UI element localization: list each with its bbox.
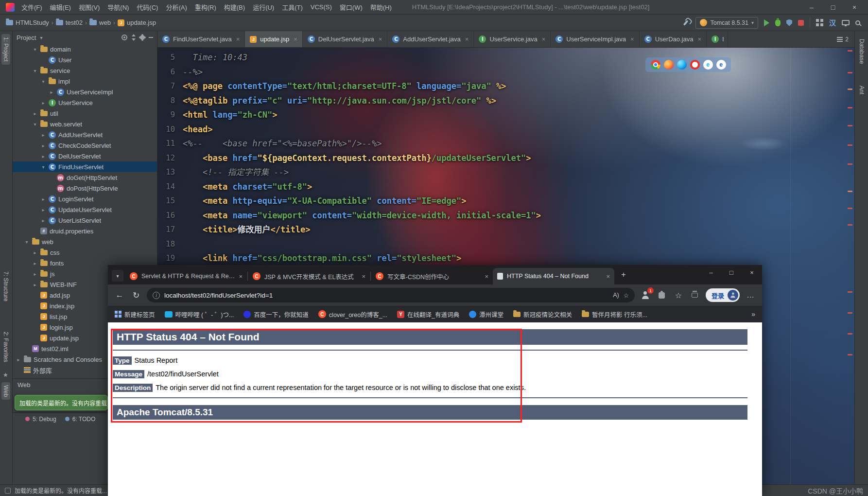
error-stripe[interactable] (848, 48, 853, 484)
tab-close-icon[interactable]: × (465, 35, 469, 43)
editor-tab[interactable]: CDelUserServlet.java× (303, 31, 387, 47)
tree-arrow-icon[interactable]: ▾ (40, 79, 46, 84)
coverage-button[interactable] (786, 19, 792, 26)
tree-row[interactable]: ▸CDelUserServlet (13, 151, 157, 161)
tool-button-project[interactable]: 1: Project (1, 34, 10, 65)
breadcrumb-item[interactable]: web (89, 19, 111, 26)
tab-close-icon[interactable]: × (542, 35, 546, 43)
tree-arrow-icon[interactable]: ▸ (40, 196, 46, 202)
run-button[interactable] (764, 19, 769, 26)
favorite-star-icon[interactable]: ☆ (624, 292, 629, 299)
tab-close-icon[interactable]: × (485, 273, 488, 280)
tab-close-icon[interactable]: × (630, 35, 634, 43)
browser-minimize-button[interactable]: – (701, 265, 721, 280)
monitor-icon[interactable] (842, 20, 850, 25)
gear-icon[interactable] (140, 35, 145, 40)
tree-arrow-icon[interactable]: ▸ (32, 261, 38, 266)
menu-item[interactable]: 运行(U) (249, 2, 278, 12)
ie-icon[interactable]: e (703, 60, 713, 70)
tree-row[interactable]: ▾impl (13, 76, 157, 87)
tree-arrow-icon[interactable]: ▸ (40, 132, 46, 138)
tree-arrow-icon[interactable]: ▸ (32, 271, 38, 277)
tree-row[interactable]: mdoPost(HttpServle (13, 183, 157, 194)
tree-row[interactable]: mdoGet(HttpServlet (13, 172, 157, 183)
tree-row[interactable]: ▸CUpdateUserServlet (13, 204, 157, 215)
bookmark-item[interactable]: 暂伴月将影 行乐须... (582, 310, 647, 319)
editor-tab[interactable]: CUserDao.java× (640, 31, 707, 47)
tool-button-ant[interactable]: Ant (857, 83, 866, 97)
tab-close-icon[interactable]: × (294, 35, 297, 43)
collections-icon[interactable] (689, 289, 701, 301)
menu-item[interactable]: 分析(A) (162, 2, 191, 12)
collapse-all-icon[interactable] (131, 34, 136, 41)
bookmark-item[interactable]: 哔哩哔哩 ( ゜- ゜)つ... (165, 310, 234, 319)
profile-notification-icon[interactable]: 1 (640, 289, 651, 301)
notification-balloon[interactable]: 加载的类是最新的。没有内容重载 (15, 395, 108, 410)
signin-button[interactable]: 登录 (706, 288, 740, 302)
new-tab-button[interactable]: + (617, 268, 630, 281)
more-menu-icon[interactable]: … (745, 289, 756, 301)
menu-item[interactable]: 帮助(H) (366, 2, 396, 12)
bookmark-item[interactable]: 新建标签页 (115, 310, 155, 319)
translate-icon[interactable]: 汉 (829, 19, 836, 26)
menu-item[interactable]: 文件(F) (17, 2, 46, 12)
tool-button-web[interactable]: Web (1, 382, 10, 400)
maximize-button[interactable]: □ (822, 0, 844, 14)
tool-button-favorites[interactable]: 2: Favorites (1, 329, 10, 365)
bookmark-item[interactable]: 百度一下，你就知道 (243, 310, 309, 319)
editor-tab[interactable]: II (707, 31, 728, 47)
tree-arrow-icon[interactable]: ▸ (40, 207, 46, 213)
tree-row[interactable]: #druid.properties (13, 226, 157, 236)
tool-button-structure[interactable]: 7: Structure (1, 268, 10, 304)
tab-close-icon[interactable]: × (362, 273, 365, 280)
url-field[interactable]: i localhost/test02/findUserServlet?id=1 … (147, 288, 635, 302)
editor-tab[interactable]: CUserServiceImpl.java× (551, 31, 639, 47)
tree-row[interactable]: ▸CUserListServlet (13, 215, 157, 226)
refresh-button[interactable]: ↻ (130, 290, 142, 301)
bookmark-item[interactable]: 潭州课堂 (469, 310, 503, 319)
browser-close-button[interactable]: × (742, 265, 762, 280)
tree-arrow-icon[interactable]: ▾ (32, 122, 38, 127)
back-button[interactable]: ← (114, 290, 125, 300)
menu-item[interactable]: 构建(B) (220, 2, 249, 12)
tree-row[interactable]: ▾web (13, 236, 157, 247)
hidden-tabs-selector[interactable]: 2 (831, 31, 854, 47)
browser-tab[interactable]: CServlet & HTTP & Request & Res...× (125, 268, 247, 284)
tab-close-icon[interactable]: × (379, 35, 382, 43)
edge-icon[interactable] (677, 60, 687, 70)
menu-item[interactable]: VCS(S) (307, 3, 336, 11)
breadcrumb-item[interactable]: HTMLStudy (6, 19, 49, 26)
tree-row[interactable]: ▸CCheckCodeServlet (13, 140, 157, 151)
close-button[interactable]: × (844, 0, 865, 14)
tree-row[interactable]: ▾domain (13, 44, 157, 54)
tree-row[interactable]: ▸css (13, 247, 157, 258)
tree-arrow-icon[interactable]: ▸ (32, 111, 38, 116)
tree-row[interactable]: ▸CUserServiceImpl (13, 87, 157, 97)
tree-row[interactable]: ▸util (13, 108, 157, 119)
tab-debug[interactable]: 5: Debug (25, 416, 56, 423)
tab-search-icon[interactable]: ▾ (112, 270, 123, 282)
opera-icon[interactable] (690, 60, 700, 70)
browser-maximize-button[interactable]: □ (721, 265, 742, 280)
minimize-button[interactable]: – (801, 0, 822, 14)
menu-item[interactable]: 窗口(W) (336, 2, 366, 12)
browser-e-icon[interactable]: e (716, 60, 726, 70)
run-configuration-selector[interactable]: Tomcat 8.5.31 ▾ (695, 17, 758, 29)
tree-row[interactable]: ▾service (13, 65, 157, 76)
tree-row[interactable]: CUser (13, 54, 157, 65)
tab-close-icon[interactable]: × (236, 35, 240, 43)
tree-arrow-icon[interactable]: ▸ (40, 154, 46, 159)
tree-arrow-icon[interactable]: ▸ (40, 143, 46, 148)
debug-button[interactable] (775, 19, 781, 26)
tree-arrow-icon[interactable]: ▾ (24, 239, 30, 245)
browser-tab[interactable]: HTTP Status 404 – Not Found× (493, 268, 614, 284)
tab-todo[interactable]: 6: TODO (65, 416, 96, 423)
tree-row[interactable]: ▸CAddUserServlet (13, 129, 157, 140)
menu-item[interactable]: 工具(T) (278, 2, 307, 12)
hide-panel-icon[interactable] (149, 37, 153, 38)
tree-arrow-icon[interactable]: ▾ (40, 164, 46, 170)
editor-tab[interactable]: Jupdate.jsp× (245, 31, 303, 47)
read-aloud-icon[interactable]: A) (613, 292, 619, 299)
bookmark-item[interactable]: Cclover_oreo的博客_... (318, 310, 387, 319)
tree-arrow-icon[interactable]: ▾ (32, 47, 38, 52)
